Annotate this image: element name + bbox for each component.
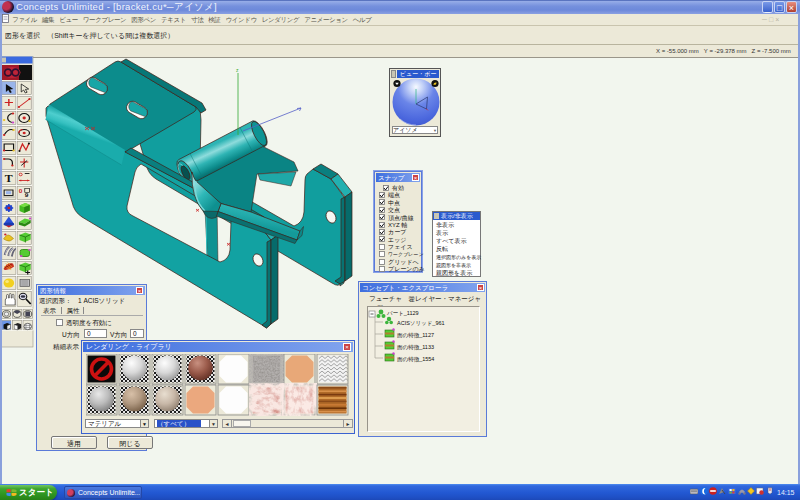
svg-text:面の特徴_1127: 面の特徴_1127 <box>397 332 434 339</box>
svg-text:ACISソリッド_961: ACISソリッド_961 <box>397 320 445 326</box>
svg-text:面の特徴_1133: 面の特徴_1133 <box>397 344 434 351</box>
svg-text:面の特徴_1554: 面の特徴_1554 <box>397 356 434 363</box>
svg-text:T: T <box>5 173 14 184</box>
svg-text:パート_1129: パート_1129 <box>386 310 419 316</box>
svg-text:z: z <box>236 67 239 73</box>
